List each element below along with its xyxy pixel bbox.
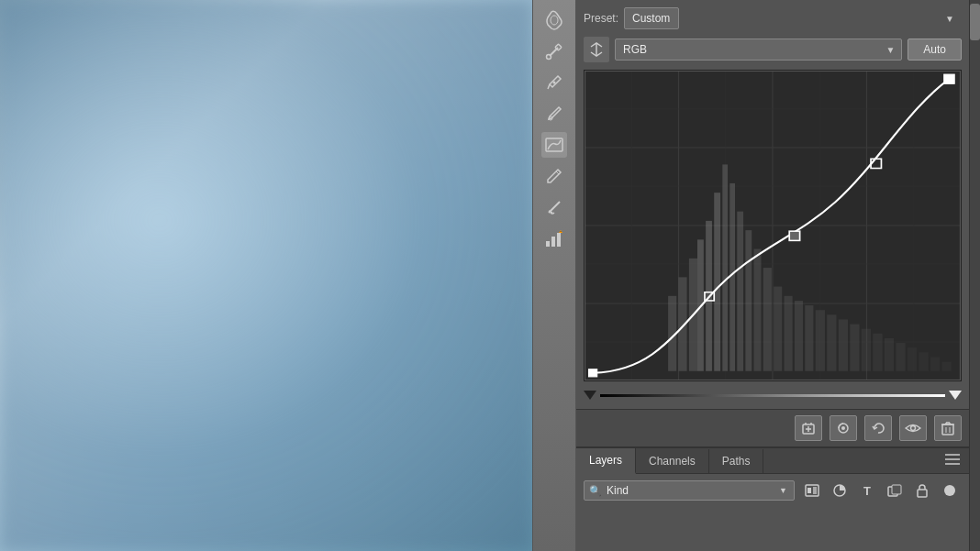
eyedropper-tool[interactable] [541,39,567,64]
toolbar-strip [532,0,576,551]
svg-rect-37 [737,212,743,371]
svg-point-69 [841,426,845,430]
preset-row: Preset: Custom [584,7,962,29]
canvas-area [0,0,532,551]
svg-rect-34 [714,193,720,371]
svg-rect-38 [745,230,752,371]
svg-point-88 [944,485,955,496]
svg-rect-59 [789,231,799,240]
filter-icons-row: T [800,479,962,501]
svg-rect-56 [942,362,952,371]
svg-rect-86 [892,485,901,494]
preset-select[interactable]: Custom [624,7,679,29]
svg-rect-48 [850,325,859,371]
svg-rect-10 [551,237,555,247]
tab-layers[interactable]: Layers [576,448,636,474]
delete-button[interactable] [934,415,962,441]
svg-rect-71 [942,424,953,435]
svg-rect-35 [722,164,728,370]
scrollbar-thumb[interactable] [970,4,980,40]
svg-rect-9 [546,241,550,247]
filter-select-wrapper: 🔍 Kind [584,480,795,501]
dropper-tool[interactable] [541,70,567,95]
svg-point-70 [911,426,916,431]
new-snapshot-button[interactable] [795,415,822,441]
svg-rect-51 [885,338,894,371]
smart-filter-button[interactable] [938,479,962,501]
curves-tool[interactable] [541,132,567,158]
svg-rect-61 [944,74,954,83]
panel-content: Preset: Custom [576,0,969,551]
svg-rect-40 [763,268,772,371]
svg-rect-44 [805,305,813,371]
black-point-slider[interactable] [584,391,596,400]
pencil-tool[interactable] [541,163,567,189]
svg-rect-49 [862,329,871,371]
action-row [576,409,969,446]
svg-point-0 [551,16,558,25]
layers-panel: Layers Channels Paths [576,446,969,507]
svg-rect-54 [919,352,928,370]
svg-point-5 [553,82,556,84]
channel-select[interactable]: RGB [615,39,902,61]
visibility-button[interactable] [899,415,927,441]
svg-rect-87 [918,490,927,497]
kind-filter-select[interactable]: Kind [584,480,795,501]
shape-filter-button[interactable] [883,479,907,501]
curves-graph-container [584,70,962,381]
svg-rect-50 [873,334,882,371]
svg-rect-57 [589,369,597,377]
svg-rect-46 [827,314,836,370]
svg-line-4 [548,84,550,89]
svg-rect-43 [795,301,803,371]
svg-rect-82 [807,488,811,493]
lock-filter-button[interactable] [910,479,934,501]
layers-filter-row: 🔍 Kind [576,474,969,507]
tab-channels[interactable]: Channels [636,449,709,473]
svg-line-8 [556,171,559,174]
undo-button[interactable] [864,415,892,441]
right-panel: Preset: Custom [576,0,980,551]
svg-rect-41 [774,287,782,371]
preset-label: Preset: [584,12,618,25]
svg-rect-52 [896,343,905,371]
brush-tool[interactable] [541,101,567,127]
svg-rect-47 [839,319,848,370]
svg-rect-45 [816,310,825,371]
svg-point-2 [547,55,551,60]
curves-panel: Preset: Custom [576,0,969,409]
white-point-slider[interactable] [949,391,962,400]
panel-scrollbar[interactable] [969,0,980,551]
svg-rect-36 [729,183,735,371]
svg-rect-11 [557,233,561,247]
text-filter-button[interactable]: T [855,479,879,501]
main-container: Preset: Custom [0,0,980,551]
svg-rect-83 [813,487,817,494]
layers-menu-button[interactable] [936,448,969,473]
auto-button[interactable]: Auto [908,39,962,61]
svg-rect-53 [908,347,917,371]
search-icon: 🔍 [589,485,602,497]
svg-rect-39 [754,249,762,371]
adjustment-filter-button[interactable] [828,479,852,501]
arrows-icon-btn[interactable] [584,37,609,62]
svg-rect-55 [930,357,940,370]
svg-rect-42 [785,296,793,371]
curves-svg [585,71,961,380]
mask-button[interactable] [830,415,857,441]
channel-select-wrapper: RGB [615,39,902,61]
channel-row: RGB Auto [584,37,962,62]
hand-tool[interactable] [541,7,567,33]
histogram-warning[interactable] [541,226,567,251]
curves-graph[interactable] [584,70,962,381]
sliders-row [584,389,962,402]
preset-select-wrapper: Custom [624,7,962,29]
layers-tabs: Layers Channels Paths [576,448,969,474]
tab-paths[interactable]: Paths [709,449,764,473]
panel-with-scroll: Preset: Custom [576,0,980,551]
smudge-tool[interactable] [541,194,567,220]
pixel-filter-button[interactable] [800,479,824,501]
